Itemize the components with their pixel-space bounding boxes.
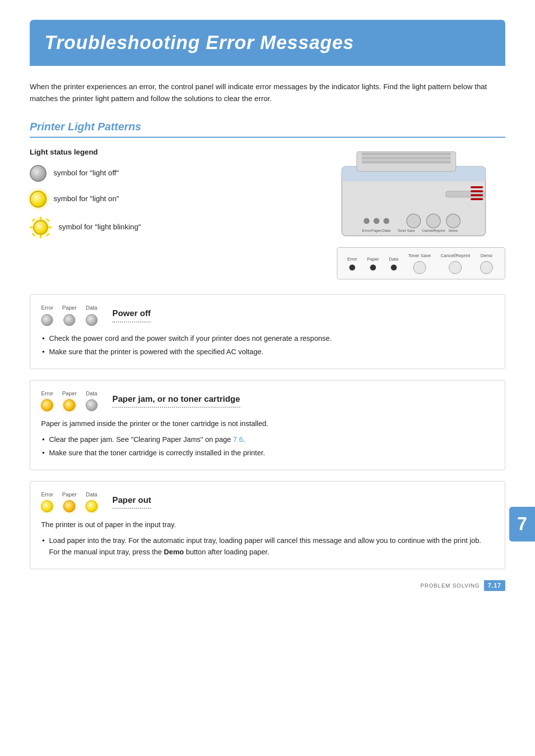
paper-jam-bullet-1: Clear the paper jam. See "Clearing Paper… <box>41 434 494 445</box>
legend-title: Light status legend <box>30 147 141 158</box>
printer-image-column: Error Paper Data Toner Save Cancel/Repri… <box>337 147 505 279</box>
light-blink-symbol <box>30 216 52 238</box>
paper-out-para: The printer is out of paper in the input… <box>41 519 494 531</box>
legend-item-on: symbol for "light on" <box>30 191 141 208</box>
error-header-paper-out: Error Paper Data Paper out <box>41 490 494 513</box>
paper-jam-bullet-2: Make sure that the toner cartridge is co… <box>41 447 494 459</box>
paper-jam-para: Paper is jammed inside the printer or th… <box>41 418 494 430</box>
power-off-data-light: Data <box>86 304 98 326</box>
power-off-paper-light: Paper <box>62 304 76 326</box>
svg-point-10 <box>407 214 421 228</box>
svg-rect-5 <box>362 161 451 163</box>
paper-out-data-light: Data <box>86 490 98 513</box>
power-off-error-light: Error <box>41 304 53 326</box>
section-heading: Printer Light Patterns <box>30 118 505 138</box>
footer: PROBLEM SOLVING 7.17 <box>30 580 505 591</box>
cp-data: Data <box>389 256 398 271</box>
legend-label-blink: symbol for "light blinking" <box>58 221 141 233</box>
paper-jam-paper-indicator <box>63 399 75 411</box>
paper-jam-data-indicator <box>86 399 98 411</box>
cp-demo: Demo <box>480 253 493 274</box>
paper-jam-data-light: Data <box>86 389 98 412</box>
paper-out-paper-light: Paper <box>62 490 76 513</box>
svg-text:Error: Error <box>362 228 371 233</box>
cp-cancel-reprint-btn <box>449 261 462 274</box>
footer-label: PROBLEM SOLVING <box>421 583 480 589</box>
svg-text:Data: Data <box>382 228 391 233</box>
control-panel-strip: Error Paper Data Toner Save <box>337 247 505 280</box>
paper-out-bullets: Load paper into the tray. For the automa… <box>41 535 494 558</box>
power-off-bullets: Check the power cord and the power switc… <box>41 333 494 358</box>
legend-item-blink: symbol for "light blinking" <box>30 216 141 238</box>
paper-out-light-group: Error Paper Data <box>41 490 98 513</box>
page-tab: 7 <box>509 507 535 541</box>
paper-jam-bullets: Clear the paper jam. See "Clearing Paper… <box>41 434 494 459</box>
cp-data-dot <box>391 265 397 270</box>
paper-jam-link[interactable]: 7.6 <box>233 435 243 443</box>
svg-rect-4 <box>362 157 451 160</box>
paper-out-data-indicator <box>86 500 98 512</box>
cp-toner-save-btn <box>413 261 426 274</box>
svg-point-12 <box>446 214 460 228</box>
svg-rect-21 <box>471 194 483 196</box>
svg-rect-19 <box>471 186 483 188</box>
cp-cancel-reprint: Cancel/Reprint <box>441 253 471 274</box>
paper-jam-light-group: Error Paper Data <box>41 389 98 412</box>
cp-error-dot <box>349 265 355 270</box>
cp-cancel-reprint-label: Cancel/Reprint <box>441 253 471 260</box>
cp-demo-btn <box>480 261 493 274</box>
svg-text:Demo: Demo <box>449 229 458 232</box>
svg-point-9 <box>383 218 389 224</box>
paper-out-body: The printer is out of paper in the input… <box>41 519 494 558</box>
power-off-bullet-2: Make sure that the printer is powered wi… <box>41 346 494 358</box>
legend-item-off: symbol for "light off" <box>30 165 141 182</box>
title-bar: Troubleshooting Error Messages <box>30 20 505 66</box>
cp-paper-label: Paper <box>367 256 379 263</box>
paper-jam-title: Paper jam, or no toner cartridge <box>112 393 240 408</box>
svg-rect-3 <box>362 153 451 156</box>
svg-text:Paper: Paper <box>371 228 382 233</box>
paper-out-paper-indicator <box>63 500 75 512</box>
footer-page: 7.17 <box>484 580 505 591</box>
cp-error: Error <box>347 256 357 271</box>
svg-rect-22 <box>471 198 483 200</box>
page-title: Troubleshooting Error Messages <box>45 29 490 57</box>
paper-jam-paper-light: Paper <box>62 389 76 412</box>
power-off-title: Power off <box>112 307 151 323</box>
power-off-error-indicator <box>41 314 53 326</box>
cp-toner-save: Toner Save <box>408 253 431 274</box>
legend-label-on: symbol for "light on" <box>54 193 119 205</box>
power-off-light-group: Error Paper Data <box>41 304 98 326</box>
light-off-symbol <box>30 165 47 182</box>
printer-body-svg: Error Paper Data Toner Save Cancel/Repri… <box>337 147 495 241</box>
printer-diagram: Error Paper Data Toner Save Cancel/Repri… <box>337 147 505 279</box>
svg-point-11 <box>427 214 440 228</box>
svg-rect-20 <box>471 190 483 192</box>
error-card-power-off: Error Paper Data Power off Check the pow… <box>30 294 505 369</box>
error-card-paper-out: Error Paper Data Paper out The printer i… <box>30 481 505 569</box>
svg-text:Cancel/Reprint: Cancel/Reprint <box>422 229 445 233</box>
legend-column: Light status legend symbol for "light of… <box>30 147 141 247</box>
light-on-symbol <box>30 191 47 208</box>
cp-error-label: Error <box>347 256 357 263</box>
paper-out-title: Paper out <box>112 494 151 509</box>
cp-paper: Paper <box>367 256 379 271</box>
power-off-body: Check the power cord and the power switc… <box>41 333 494 358</box>
paper-out-bullet-1: Load paper into the tray. For the automa… <box>41 535 494 558</box>
cp-toner-save-label: Toner Save <box>408 253 431 260</box>
paper-jam-error-indicator <box>41 399 53 411</box>
power-off-paper-indicator <box>63 314 75 326</box>
legend-label-off: symbol for "light off" <box>54 167 119 179</box>
error-card-paper-jam: Error Paper Data Paper jam, or no toner … <box>30 380 505 470</box>
intro-text: When the printer experiences an error, t… <box>30 81 505 105</box>
paper-out-error-light: Error <box>41 490 53 513</box>
paper-jam-error-light: Error <box>41 389 53 412</box>
svg-point-8 <box>374 218 379 224</box>
cp-paper-dot <box>370 265 376 270</box>
error-header-power-off: Error Paper Data Power off <box>41 304 494 326</box>
power-off-bullet-1: Check the power cord and the power switc… <box>41 333 494 344</box>
cp-data-label: Data <box>389 256 398 263</box>
svg-text:Toner Save: Toner Save <box>397 229 415 232</box>
power-off-data-indicator <box>86 314 98 326</box>
page: Troubleshooting Error Messages When the … <box>0 0 535 621</box>
